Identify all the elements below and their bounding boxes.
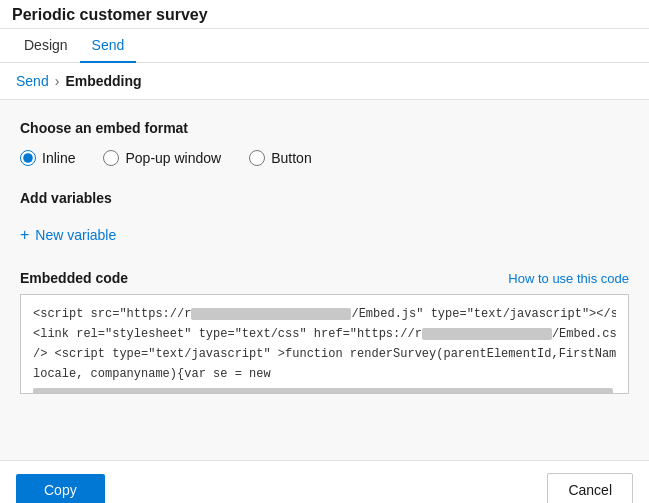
radio-inline[interactable]: Inline [20,150,75,166]
embed-format-label: Choose an embed format [20,120,629,136]
radio-popup-label: Pop-up window [125,150,221,166]
nav-tabs: Design Send [0,29,649,63]
embed-code-header: Embedded code How to use this code [20,270,629,286]
breadcrumb-separator: › [55,73,60,89]
breadcrumb-current: Embedding [65,73,141,89]
embed-format-section: Choose an embed format Inline Pop-up win… [20,120,629,166]
page-title: Periodic customer survey [12,6,637,24]
variables-section: Add variables + New variable [20,190,629,250]
code-line-3: /> <script type="text/javascript" >funct… [33,345,616,363]
breadcrumb-parent[interactable]: Send [16,73,49,89]
code-box: <script src="https://r/Embed.js" type="t… [20,294,629,394]
footer: Copy Cancel [0,460,649,503]
code-line-2: <link rel="stylesheet" type="text/css" h… [33,325,616,343]
cancel-button[interactable]: Cancel [547,473,633,503]
radio-button-label: Button [271,150,311,166]
embed-code-section: Embedded code How to use this code <scri… [20,270,629,394]
embed-code-label: Embedded code [20,270,128,286]
radio-inline-label: Inline [42,150,75,166]
radio-popup[interactable]: Pop-up window [103,150,221,166]
code-line-4: locale, companyname){var se = new [33,365,616,383]
copy-button[interactable]: Copy [16,474,105,503]
new-variable-button[interactable]: + New variable [20,220,116,250]
variables-label: Add variables [20,190,629,206]
radio-button-input[interactable] [249,150,265,166]
radio-button[interactable]: Button [249,150,311,166]
new-variable-label: New variable [35,227,116,243]
radio-inline-input[interactable] [20,150,36,166]
code-line-1: <script src="https://r/Embed.js" type="t… [33,305,616,323]
code-line-5 [33,385,616,394]
tab-design[interactable]: Design [12,29,80,63]
title-bar: Periodic customer survey [0,0,649,29]
breadcrumb: Send › Embedding [0,63,649,100]
plus-icon: + [20,226,29,244]
tab-send[interactable]: Send [80,29,137,63]
embed-format-options: Inline Pop-up window Button [20,150,629,166]
how-to-link[interactable]: How to use this code [508,271,629,286]
main-content: Choose an embed format Inline Pop-up win… [0,100,649,460]
radio-popup-input[interactable] [103,150,119,166]
